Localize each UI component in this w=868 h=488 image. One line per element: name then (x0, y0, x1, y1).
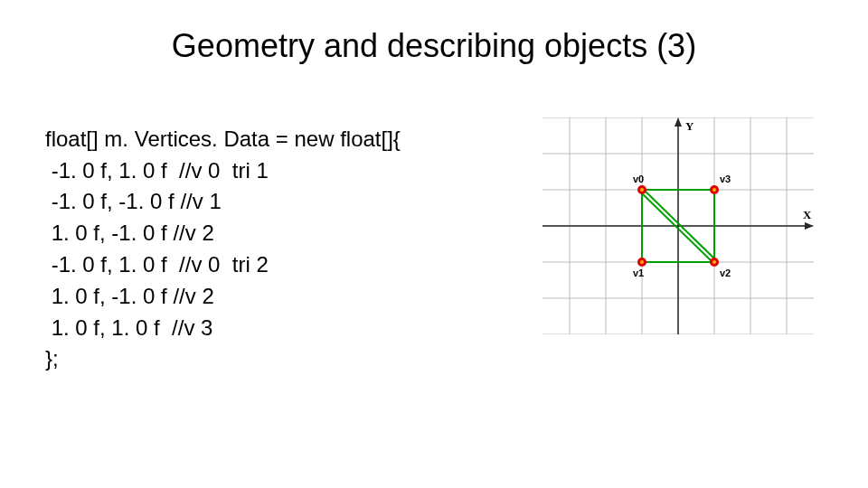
y-axis-label: Y (685, 119, 694, 133)
vertex-v0 (637, 185, 646, 194)
diagram-svg: v0 v1 v2 v3 X Y (542, 117, 814, 334)
code-line-4: -1. 0 f, 1. 0 f //v 0 tri 2 (45, 252, 269, 277)
code-line-6: 1. 0 f, 1. 0 f //v 3 (45, 315, 212, 340)
vertex-v1 (637, 258, 646, 267)
code-line-2: -1. 0 f, -1. 0 f //v 1 (45, 189, 222, 213)
label-v1: v1 (633, 267, 644, 278)
svg-line-18 (642, 188, 716, 260)
label-v0: v0 (633, 174, 644, 184)
svg-point-25 (712, 260, 716, 264)
axes (542, 117, 814, 334)
coordinate-diagram: v0 v1 v2 v3 X Y (542, 117, 814, 334)
code-line-5: 1. 0 f, -1. 0 f //v 2 (45, 284, 214, 308)
vertex-v3 (710, 185, 719, 194)
code-line-7: }; (45, 346, 59, 371)
svg-point-21 (640, 188, 644, 192)
code-line-3: 1. 0 f, -1. 0 f //v 2 (45, 221, 214, 245)
svg-line-19 (640, 192, 714, 264)
slide: Geometry and describing objects (3) floa… (0, 0, 868, 488)
code-block: float[] m. Vertices. Data = new float[]{… (45, 92, 401, 407)
label-v3: v3 (720, 174, 731, 184)
vertex-v2 (710, 258, 719, 267)
y-arrow-icon (675, 117, 682, 127)
x-axis-label: X (803, 208, 812, 221)
svg-point-27 (712, 188, 716, 192)
code-line-1: -1. 0 f, 1. 0 f //v 0 tri 1 (45, 158, 269, 183)
svg-point-23 (640, 260, 644, 264)
label-v2: v2 (720, 267, 731, 278)
x-arrow-icon (805, 222, 814, 230)
code-line-0: float[] m. Vertices. Data = new float[]{ (45, 127, 401, 151)
slide-title: Geometry and describing objects (3) (45, 27, 823, 65)
